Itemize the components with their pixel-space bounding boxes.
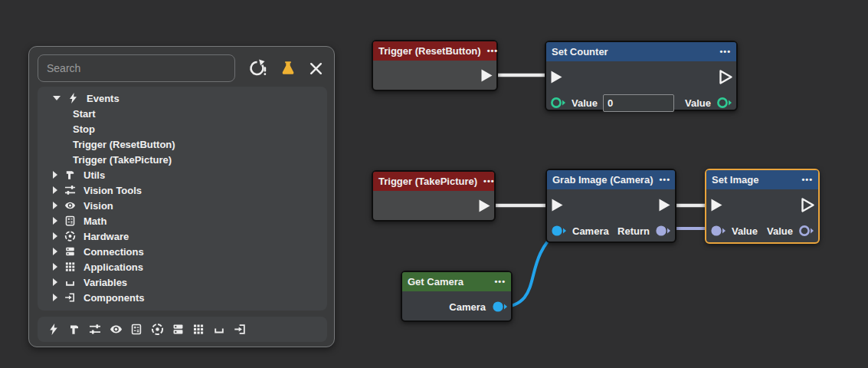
flask-icon xyxy=(280,61,296,77)
value-output-port[interactable] xyxy=(798,225,814,237)
eye-icon[interactable] xyxy=(110,323,123,336)
tree-item-hardware[interactable]: Hardware xyxy=(38,228,327,244)
node-header[interactable]: Trigger (TakePicture) ••• xyxy=(373,172,494,191)
node-header[interactable]: Grab Image (Camera) ••• xyxy=(547,170,675,189)
tree-item-trigger-resetbutton[interactable]: Trigger (ResetButton) xyxy=(38,136,327,152)
exec-input-port[interactable] xyxy=(551,198,564,212)
calculator-icon[interactable] xyxy=(130,323,143,336)
tree-item-variables[interactable]: Variables xyxy=(38,274,327,290)
expand-arrow-icon[interactable] xyxy=(53,186,57,194)
node-menu-icon[interactable]: ••• xyxy=(494,272,506,291)
import-icon[interactable] xyxy=(234,323,247,336)
node-set-counter[interactable]: Set Counter ••• Value Value xyxy=(545,41,738,111)
shutter-icon[interactable] xyxy=(151,323,164,336)
tree-item-connections[interactable]: Connections xyxy=(38,244,327,259)
expand-arrow-icon[interactable] xyxy=(53,217,57,225)
exec-input-port[interactable] xyxy=(710,198,723,212)
import-icon xyxy=(64,291,77,304)
lightning-icon xyxy=(67,92,80,104)
close-icon xyxy=(309,61,323,76)
exec-output-port[interactable] xyxy=(478,199,491,213)
node-trigger-resetbutton[interactable]: Trigger (ResetButton) ••• xyxy=(372,40,498,91)
node-title: Trigger (ResetButton) xyxy=(378,45,481,57)
port-label: Return xyxy=(617,225,650,237)
camera-output-port[interactable] xyxy=(492,301,508,313)
tree-item-vision-tools[interactable]: Vision Tools xyxy=(38,182,327,198)
node-editor-canvas[interactable]: Trigger (ResetButton) ••• Set Counter ••… xyxy=(0,0,868,368)
node-set-image[interactable]: Set Image ••• Value Value xyxy=(705,169,820,244)
exec-output-port[interactable] xyxy=(658,198,671,212)
tree-item-math[interactable]: Math xyxy=(38,213,327,228)
port-label: Value xyxy=(685,97,711,109)
bracket-icon[interactable] xyxy=(213,323,226,336)
camera-input-port[interactable] xyxy=(551,225,567,237)
expand-arrow-icon[interactable] xyxy=(53,232,57,240)
filter-button[interactable] xyxy=(280,61,296,77)
node-trigger-takepicture[interactable]: Trigger (TakePicture) ••• xyxy=(372,170,496,222)
node-header[interactable]: Set Image ••• xyxy=(706,170,818,189)
node-header[interactable]: Trigger (ResetButton) ••• xyxy=(373,41,496,61)
exec-output-port[interactable] xyxy=(719,70,732,84)
tree-item-trigger-takepicture[interactable]: Trigger (TakePicture) xyxy=(38,152,327,167)
tune-icon[interactable] xyxy=(89,323,102,336)
tree-item-utils[interactable]: Utils xyxy=(38,167,327,182)
calculator-icon xyxy=(64,215,77,227)
port-label: Camera xyxy=(572,225,609,237)
expand-arrow-icon[interactable] xyxy=(53,171,57,179)
node-palette-panel: Events Start Stop Trigger (ResetButton) … xyxy=(28,46,335,347)
node-grab-image-camera[interactable]: Grab Image (Camera) ••• Camera Return xyxy=(545,169,676,243)
node-menu-icon[interactable]: ••• xyxy=(483,172,495,191)
node-header[interactable]: Get Camera ••• xyxy=(402,272,511,291)
port-label: Value xyxy=(767,225,793,237)
node-title: Set Counter xyxy=(552,46,608,58)
value-input-port[interactable] xyxy=(550,97,566,109)
node-title: Set Image xyxy=(712,174,758,186)
node-title: Trigger (TakePicture) xyxy=(378,176,477,187)
bracket-icon xyxy=(64,276,77,288)
tool-icon xyxy=(64,169,77,181)
expand-arrow-icon[interactable] xyxy=(53,294,57,301)
category-filter-bar xyxy=(38,317,327,342)
value-output-port[interactable] xyxy=(716,97,732,109)
value-input-port[interactable] xyxy=(710,225,726,237)
port-label: Value xyxy=(572,97,598,109)
tree-item-stop[interactable]: Stop xyxy=(38,121,327,136)
value-field[interactable] xyxy=(603,94,674,112)
node-menu-icon[interactable]: ••• xyxy=(801,170,813,189)
collapse-arrow-icon[interactable] xyxy=(53,96,61,100)
tool-icon[interactable] xyxy=(68,323,81,336)
tree-item-events[interactable]: Events xyxy=(38,90,327,106)
node-get-camera[interactable]: Get Camera ••• Camera xyxy=(401,271,513,322)
return-output-port[interactable] xyxy=(655,225,671,237)
tree-item-components[interactable]: Components xyxy=(38,290,327,305)
shutter-icon xyxy=(64,230,77,242)
exec-output-port[interactable] xyxy=(801,198,814,212)
port-label: Camera xyxy=(449,301,486,313)
expand-arrow-icon[interactable] xyxy=(53,263,57,271)
node-menu-icon[interactable]: ••• xyxy=(719,42,731,61)
exec-output-port[interactable] xyxy=(480,68,493,83)
node-title: Grab Image (Camera) xyxy=(552,174,653,186)
eye-icon xyxy=(64,199,77,212)
expand-arrow-icon[interactable] xyxy=(53,248,57,255)
lightning-icon[interactable] xyxy=(47,323,61,336)
apps-grid-icon[interactable] xyxy=(192,323,205,336)
tree-item-vision[interactable]: Vision xyxy=(38,198,327,213)
search-input[interactable] xyxy=(38,54,235,82)
apps-grid-icon xyxy=(64,261,77,273)
expand-arrow-icon[interactable] xyxy=(53,202,57,209)
node-title: Get Camera xyxy=(408,276,463,288)
close-button[interactable] xyxy=(309,61,323,76)
refresh-button[interactable] xyxy=(248,59,267,77)
tree-item-label: Events xyxy=(87,93,120,104)
category-tree: Events Start Stop Trigger (ResetButton) … xyxy=(38,87,327,310)
node-header[interactable]: Set Counter ••• xyxy=(546,42,736,61)
server-icon[interactable] xyxy=(172,323,185,336)
expand-arrow-icon[interactable] xyxy=(53,278,57,286)
tree-item-applications[interactable]: Applications xyxy=(38,259,327,274)
node-menu-icon[interactable]: ••• xyxy=(660,170,671,189)
exec-input-port[interactable] xyxy=(550,70,563,84)
tree-item-start[interactable]: Start xyxy=(38,106,327,121)
tune-icon xyxy=(64,184,77,196)
node-menu-icon[interactable]: ••• xyxy=(487,41,499,61)
